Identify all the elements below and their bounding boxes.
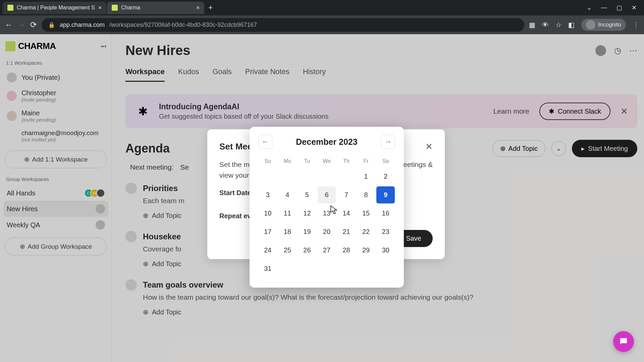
calendar-day-14[interactable]: 14 <box>337 205 356 222</box>
back-icon[interactable]: ← <box>5 20 13 29</box>
calendar-day-10[interactable]: 10 <box>259 205 277 222</box>
sidebar-item-you[interactable]: You (Private) <box>3 69 108 86</box>
calendar-day-2[interactable]: 2 <box>376 168 395 185</box>
date-picker: ← December 2023 → SuMoTuWeThFrSa12345678… <box>250 127 404 288</box>
connect-slack-button[interactable]: ✱ Connect Slack <box>539 103 610 120</box>
calendar-day-26[interactable]: 26 <box>298 242 316 259</box>
sidebar-item-charmaigne[interactable]: charmaigne@moodjoy.com (not invited yet) <box>3 126 108 146</box>
sidebar-item-maine[interactable]: Maine (invite pending) <box>3 106 108 126</box>
calendar-day-6[interactable]: 6 <box>318 186 336 203</box>
plus-icon: ⊕ <box>500 144 506 153</box>
calendar-day-1[interactable]: 1 <box>357 168 375 185</box>
button-label: Add Topic <box>508 145 538 153</box>
eye-off-icon[interactable]: 👁 <box>542 21 549 29</box>
add-topic-inline[interactable]: ⊕Add Topic <box>143 308 637 316</box>
tab-history[interactable]: History <box>303 67 326 82</box>
calendar-day-3[interactable]: 3 <box>259 186 277 203</box>
calendar-dow: Fr <box>357 156 376 167</box>
add-topic-button[interactable]: ⊕ Add Topic <box>492 140 545 157</box>
next-month-button[interactable]: → <box>381 135 395 149</box>
calendar-day-28[interactable]: 28 <box>337 242 356 259</box>
agenda-item-title: Housekee <box>143 232 181 241</box>
calendar-day-8[interactable]: 8 <box>357 186 375 203</box>
close-icon[interactable]: ✕ <box>621 106 628 117</box>
incognito-badge[interactable]: Incognito <box>581 19 626 31</box>
tab-private-notes[interactable]: Private Notes <box>245 67 289 82</box>
calendar-day-30[interactable]: 30 <box>376 242 395 259</box>
sidebar-item-label: Maine <box>21 109 56 117</box>
sidebar-item-christopher[interactable]: Christopher (invite pending) <box>3 86 108 106</box>
calendar-day-5[interactable]: 5 <box>298 186 316 203</box>
close-icon[interactable]: ✕ <box>425 141 433 152</box>
sidebar-item-new-hires[interactable]: New Hires <box>3 201 108 217</box>
more-icon[interactable]: ⋯ <box>629 46 637 55</box>
start-meeting-button[interactable]: ▸ Start Meeting <box>572 140 637 157</box>
calendar-day-18[interactable]: 18 <box>278 223 297 240</box>
collapse-sidebar-icon[interactable]: ⤟ <box>101 42 106 50</box>
forward-icon[interactable]: → <box>17 20 25 29</box>
favicon-icon <box>112 5 118 11</box>
url-bar[interactable]: 🔒 app.charma.com/workspaces/927006af-b0d… <box>42 18 524 32</box>
calendar-day-16[interactable]: 16 <box>376 205 395 222</box>
browser-tab-0[interactable]: Charma | People Management S × <box>3 2 106 14</box>
calendar-day-9[interactable]: 9 <box>376 186 395 203</box>
calendar-day-4[interactable]: 4 <box>278 186 297 203</box>
calendar-day-15[interactable]: 15 <box>357 205 375 222</box>
add-topic-dropdown[interactable]: ⌄ <box>551 141 566 156</box>
calendar-day-25[interactable]: 25 <box>278 242 297 259</box>
agenda-item-title: Team goals overview <box>143 280 223 290</box>
help-fab[interactable] <box>613 331 634 352</box>
favicon-icon <box>7 5 13 11</box>
calendar-day-13[interactable]: 13 <box>318 205 336 222</box>
chevron-down-icon[interactable]: ⌄ <box>587 4 592 11</box>
prev-month-button[interactable]: ← <box>258 135 272 149</box>
calendar-day-27[interactable]: 27 <box>318 242 336 259</box>
clock-icon[interactable]: ◷ <box>614 46 621 55</box>
reload-icon[interactable]: ⟳ <box>30 20 37 29</box>
calendar-day-12[interactable]: 12 <box>298 205 316 222</box>
calendar-day-11[interactable]: 11 <box>278 205 297 222</box>
logo[interactable]: CHARMA <box>5 41 56 51</box>
avatar <box>7 111 17 121</box>
calendar-day-29[interactable]: 29 <box>357 242 375 259</box>
tab-title: Charma <box>121 5 140 11</box>
maximize-icon[interactable]: ▢ <box>616 4 622 11</box>
add-1on1-workspace-button[interactable]: ⊕ Add 1:1 Workspace <box>5 150 107 168</box>
calendar-day-23[interactable]: 23 <box>376 223 395 240</box>
logo-text: CHARMA <box>18 41 56 51</box>
close-window-icon[interactable]: ✕ <box>632 4 637 11</box>
tab-workspace[interactable]: Workspace <box>125 67 165 82</box>
star-icon[interactable]: ☆ <box>555 21 561 29</box>
minimize-icon[interactable]: — <box>601 4 607 11</box>
calendar-day-31[interactable]: 31 <box>259 260 277 277</box>
sidebar-item-weekly-qa[interactable]: Weekly QA <box>3 217 108 233</box>
member-chip <box>96 204 105 214</box>
new-tab-button[interactable]: + <box>208 3 213 12</box>
calendar-month-label: December 2023 <box>296 137 357 147</box>
tab-kudos[interactable]: Kudos <box>178 67 199 82</box>
close-icon[interactable]: × <box>98 4 102 11</box>
calendar-day-21[interactable]: 21 <box>337 223 356 240</box>
plus-icon: ⊕ <box>143 308 149 316</box>
play-icon: ▸ <box>581 144 585 153</box>
calendar-day-22[interactable]: 22 <box>357 223 375 240</box>
tab-goals[interactable]: Goals <box>212 67 231 82</box>
sidebar-item-all-hands[interactable]: All Hands C M <box>3 185 108 201</box>
kebab-icon[interactable]: ⋮ <box>633 21 639 29</box>
calendar-day-24[interactable]: 24 <box>259 242 277 259</box>
plus-icon: ⊕ <box>143 260 149 268</box>
chat-icon <box>619 337 629 347</box>
user-avatar[interactable] <box>595 45 606 56</box>
calendar-day-20[interactable]: 20 <box>318 223 336 240</box>
calendar-day-19[interactable]: 19 <box>298 223 316 240</box>
calendar-day-7[interactable]: 7 <box>337 186 356 203</box>
learn-more-link[interactable]: Learn more <box>493 107 529 115</box>
add-group-workspace-button[interactable]: ⊕ Add Group Workspace <box>5 238 107 255</box>
modal-text: view your <box>219 171 249 179</box>
browser-tab-1[interactable]: Charma × <box>107 2 204 14</box>
extension-icon[interactable]: ▦ <box>529 21 535 29</box>
button-label: Add Group Workspace <box>28 243 92 250</box>
calendar-day-17[interactable]: 17 <box>259 223 277 240</box>
close-icon[interactable]: × <box>196 4 200 11</box>
panel-icon[interactable]: ◧ <box>568 21 575 29</box>
